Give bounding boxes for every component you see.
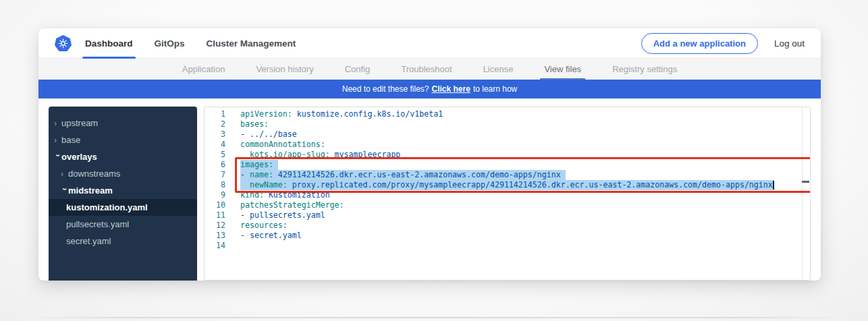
chevron-down-icon: › — [61, 187, 69, 195]
sub-tab-registry-settings[interactable]: Registry settings — [612, 59, 677, 80]
primary-nav-tabs: DashboardGitOpsCluster Management — [85, 28, 296, 59]
admin-console-window: DashboardGitOpsCluster Management Add a … — [38, 28, 821, 281]
tree-item-kustomization-yaml[interactable]: kustomization.yaml — [49, 199, 197, 216]
chevron-right-icon: › — [54, 136, 61, 144]
tree-item-label: upstream — [61, 118, 98, 128]
tree-item-label: midstream — [68, 185, 113, 196]
code-line-text: apiVersion: kustomize.config.k8s.io/v1be… — [240, 109, 443, 119]
code-line: 13- secret.yaml — [205, 231, 810, 241]
screen: DashboardGitOpsCluster Management Add a … — [0, 0, 868, 321]
file-tree-sidebar: ›upstream›base›overlays›downstreams›mids… — [49, 107, 197, 281]
chevron-right-icon: › — [54, 119, 61, 127]
code-line: 2bases: — [205, 119, 810, 129]
tree-item-label: overlays — [61, 152, 97, 162]
background-sheet-edge — [27, 317, 841, 318]
line-number: 4 — [205, 140, 225, 150]
tree-item-label: secret.yaml — [66, 236, 111, 246]
code-line: 4commonAnnotations: — [205, 140, 810, 150]
click-here-link[interactable]: Click here — [432, 84, 470, 94]
sub-tab-application[interactable]: Application — [182, 59, 225, 80]
tree-item-upstream[interactable]: ›upstream — [49, 115, 197, 132]
code-line: 8 newName: proxy.replicated.com/proxy/my… — [205, 180, 810, 190]
line-number: 5 — [205, 150, 225, 160]
line-number: 3 — [205, 129, 225, 140]
line-number: 13 — [205, 231, 225, 241]
code-line-text: commonAnnotations: — [240, 140, 325, 150]
code-line-text: images: — [240, 160, 278, 170]
code-line-text: resources: — [240, 221, 288, 231]
line-number: 9 — [205, 190, 225, 200]
code-line: 7- name: 429114214526.dkr.ecr.us-east-2.… — [205, 170, 810, 180]
tree-item-label: downstreams — [68, 169, 120, 179]
tree-item-label: kustomization.yaml — [66, 202, 148, 212]
code-line: 6images: — [205, 160, 810, 170]
kubernetes-helm-wheel-icon — [55, 35, 72, 51]
code-line-text: newName: proxy.replicated.com/proxy/mysa… — [240, 180, 774, 190]
sub-tab-license[interactable]: License — [483, 59, 514, 80]
sub-tab-config[interactable]: Config — [345, 59, 371, 80]
code-line: 10patchesStrategicMerge: — [205, 200, 810, 210]
tree-item-pullsecrets-yaml[interactable]: pullsecrets.yaml — [49, 216, 197, 233]
line-number: 8 — [205, 180, 225, 190]
tree-item-downstreams[interactable]: ›downstreams — [49, 165, 197, 182]
add-new-application-button[interactable]: Add a new application — [641, 33, 758, 54]
line-number: 7 — [205, 170, 225, 180]
topnav-right-actions: Add a new application Log out — [641, 33, 805, 54]
nav-tab-cluster-management[interactable]: Cluster Management — [207, 28, 296, 59]
code-line: 11- pullsecrets.yaml — [205, 210, 810, 221]
banner-text-after: to learn how — [473, 84, 517, 94]
scroll-position-marker[interactable] — [802, 181, 809, 183]
line-number: 1 — [205, 109, 225, 119]
edit-files-info-banner: Need to edit these files? Click here to … — [38, 80, 821, 98]
code-line: 3- ../../base — [205, 129, 810, 140]
sub-tab-troubleshoot[interactable]: Troubleshoot — [401, 59, 452, 80]
chevron-down-icon: › — [54, 154, 62, 161]
line-number: 12 — [205, 221, 225, 231]
nav-tab-gitops[interactable]: GitOps — [155, 28, 185, 59]
code-line-text: bases: — [240, 119, 269, 129]
line-number: 6 — [205, 160, 225, 170]
nav-tab-dashboard[interactable]: Dashboard — [85, 28, 133, 59]
banner-text-before: Need to edit these files? — [342, 84, 429, 94]
code-line: 12resources: — [205, 221, 810, 231]
editor-overview-ruler — [802, 107, 803, 280]
line-number: 14 — [205, 241, 225, 251]
tree-item-secret-yaml[interactable]: secret.yaml — [49, 233, 197, 250]
logout-link[interactable]: Log out — [774, 38, 805, 49]
code-line-text: - secret.yaml — [240, 231, 302, 241]
yaml-code-editor[interactable]: 1apiVersion: kustomize.config.k8s.io/v1b… — [204, 107, 811, 281]
tree-item-label: pullsecrets.yaml — [66, 219, 129, 229]
code-line: 14 — [205, 241, 810, 251]
text-cursor — [773, 181, 774, 189]
view-files-content: ›upstream›base›overlays›downstreams›mids… — [38, 98, 821, 281]
tree-item-label: base — [61, 135, 80, 145]
code-line: 9kind: Kustomization — [205, 190, 810, 200]
sub-tab-version-history[interactable]: Version history — [256, 59, 313, 80]
code-line-text: kind: Kustomization — [240, 190, 330, 200]
code-line: 1apiVersion: kustomize.config.k8s.io/v1b… — [205, 109, 810, 119]
application-sub-navigation: ApplicationVersion historyConfigTroubles… — [38, 59, 821, 80]
helm-wheel-glyph — [58, 38, 68, 49]
code-lines-container: 1apiVersion: kustomize.config.k8s.io/v1b… — [205, 109, 810, 251]
code-line-text: kots.io/app-slug: mysampleecrapp — [240, 150, 400, 160]
code-line-text: - ../../base — [240, 129, 297, 140]
code-line-text: - pullsecrets.yaml — [240, 210, 325, 221]
code-line-text: patchesStrategicMerge: — [240, 200, 344, 210]
top-navigation-bar: DashboardGitOpsCluster Management Add a … — [38, 28, 821, 59]
line-number: 2 — [205, 119, 225, 129]
tree-item-midstream[interactable]: ›midstream — [49, 182, 197, 199]
code-line-text: - name: 429114214526.dkr.ecr.us-east-2.a… — [240, 170, 566, 180]
tree-item-base[interactable]: ›base — [49, 132, 197, 148]
line-number: 10 — [205, 200, 225, 210]
line-number: 11 — [205, 210, 225, 221]
chevron-right-icon: › — [61, 170, 68, 178]
tree-item-overlays[interactable]: ›overlays — [49, 148, 197, 165]
code-line: 5 kots.io/app-slug: mysampleecrapp — [205, 150, 810, 160]
sub-tab-view-files[interactable]: View files — [544, 59, 581, 80]
